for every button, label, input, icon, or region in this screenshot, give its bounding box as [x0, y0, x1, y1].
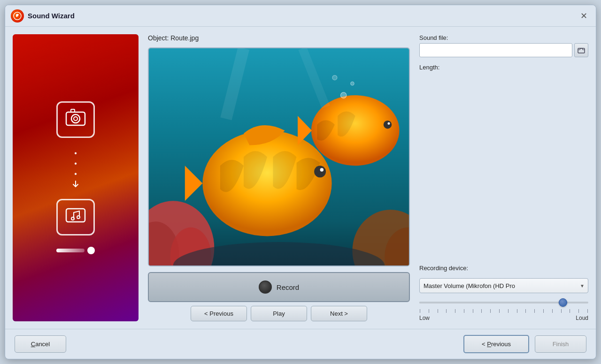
object-label: Object: Route.jpg	[148, 34, 410, 42]
recording-device-select[interactable]: Master Volume (Mikrofon (HD Pro Micropho…	[419, 278, 588, 293]
main-content: • • •	[5, 27, 596, 329]
tick	[543, 309, 544, 313]
right-panel: Sound file: Length:	[419, 34, 588, 321]
sound-file-section: Sound file:	[419, 34, 588, 57]
tick	[455, 309, 455, 313]
tick	[525, 309, 526, 313]
length-label: Length:	[419, 64, 588, 71]
svg-point-20	[388, 122, 390, 125]
camera-icon-box	[56, 101, 95, 138]
music-icon	[64, 205, 87, 229]
title-bar: Sound Wizard ✕	[5, 5, 596, 27]
recording-device-wrapper: Master Volume (Mikrofon (HD Pro Micropho…	[419, 278, 588, 293]
tick	[578, 309, 579, 313]
camera-icon	[64, 107, 87, 132]
svg-point-16	[314, 166, 326, 177]
tick	[446, 309, 447, 313]
finish-button[interactable]: Finish	[535, 335, 586, 353]
next-button[interactable]: Next >	[311, 306, 367, 321]
volume-labels: Low Loud	[419, 315, 588, 321]
slider-thumb[interactable]	[559, 298, 567, 307]
length-value	[419, 73, 588, 82]
nav-buttons-row: < Previous Play Next >	[148, 306, 410, 321]
preview-area	[148, 47, 410, 266]
play-button[interactable]: Play	[251, 306, 307, 321]
tick	[570, 309, 570, 313]
workflow-icons: • • •	[56, 101, 95, 254]
recording-section: Recording device: Master Volume (Mikrofo…	[419, 265, 588, 321]
tick	[490, 309, 491, 313]
svg-rect-24	[578, 48, 585, 53]
volume-loud-label: Loud	[576, 315, 588, 321]
slider-fill	[419, 302, 563, 303]
music-icon-box	[56, 199, 95, 235]
tick	[561, 309, 562, 313]
tick	[499, 309, 500, 313]
previous-button[interactable]: < Previous	[191, 306, 247, 321]
volume-slider-track[interactable]	[419, 298, 588, 307]
svg-rect-4	[71, 109, 75, 112]
file-browse-button[interactable]	[574, 43, 588, 57]
volume-slider-section: Low Loud	[419, 298, 588, 321]
footer-previous-button[interactable]: < Previous	[463, 335, 529, 353]
footer-prev-label: < Previous	[482, 341, 511, 348]
sound-file-input[interactable]	[419, 43, 572, 57]
cancel-button[interactable]: Cancel	[15, 335, 66, 353]
recording-device-label: Recording device:	[419, 265, 588, 272]
cancel-label: Cancel	[31, 341, 50, 348]
record-button[interactable]: Record	[148, 272, 410, 302]
close-button[interactable]: ✕	[577, 9, 590, 23]
tick	[587, 309, 588, 313]
svg-point-22	[351, 82, 354, 85]
tick	[438, 309, 438, 313]
right-spacer	[419, 89, 588, 258]
window-title: Sound Wizard	[28, 12, 573, 20]
svg-point-21	[340, 92, 347, 99]
left-workflow-panel: • • •	[13, 34, 139, 321]
record-circle-icon	[259, 281, 272, 294]
tick	[552, 309, 553, 313]
svg-point-7	[77, 216, 80, 219]
svg-point-2	[71, 114, 80, 123]
sound-file-label: Sound file:	[419, 34, 588, 41]
tick	[481, 309, 482, 313]
svg-point-6	[71, 217, 74, 220]
slider-ticks	[419, 309, 588, 313]
record-label: Record	[277, 283, 299, 291]
tick	[420, 309, 420, 313]
tick	[517, 309, 517, 313]
finish-label: Finish	[553, 341, 569, 348]
app-icon	[11, 9, 24, 23]
workflow-arrow: • • •	[72, 149, 79, 188]
tick	[464, 309, 464, 313]
middle-panel: Object: Route.jpg	[148, 34, 410, 321]
sound-file-row	[419, 43, 588, 57]
svg-point-23	[332, 76, 337, 80]
volume-low-label: Low	[419, 315, 430, 321]
svg-point-3	[74, 117, 77, 121]
tick	[534, 309, 535, 313]
svg-point-19	[384, 121, 392, 129]
tick	[429, 309, 429, 313]
length-section: Length:	[419, 64, 588, 82]
footer: Cancel < Previous Finish	[5, 329, 596, 359]
svg-rect-5	[66, 209, 85, 222]
tick	[508, 309, 509, 313]
tick	[473, 309, 473, 313]
preview-bg	[149, 48, 409, 265]
sound-wizard-dialog: Sound Wizard ✕ •	[5, 5, 596, 359]
svg-point-17	[320, 168, 324, 172]
